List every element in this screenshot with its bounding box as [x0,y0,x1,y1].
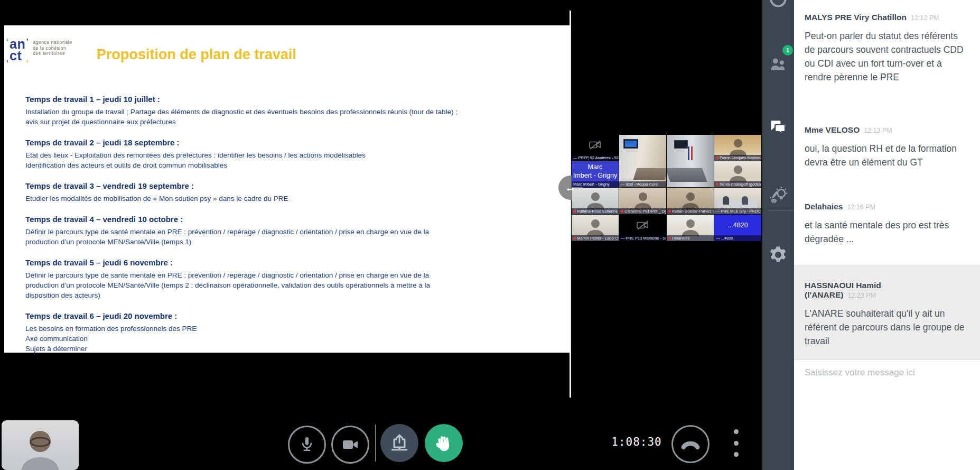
participant-tile-label: Kenan Guedar-Parvez DGS/MSAS [667,208,714,214]
participant-tile[interactable]: Pierre-Jacques Mathieu [714,135,761,161]
slide-section-line: production d’un protocole MEN/Santé/Vill… [25,280,501,290]
participant-tile-label: Xenia Chalagoff (gddsas) [714,181,761,187]
chat-message-header: HASSNAOUI Hamid (l'ANARE)12:23 PM [805,281,969,300]
muted-mic-indicator [716,183,718,186]
muted-mic-indicator [621,210,623,213]
chat-message-time: 12:13 PM [864,127,892,134]
self-person-silhouette [15,428,66,470]
end-call-button[interactable] [671,425,710,463]
chat-message-header: Delahaies12:16 PM [805,202,969,211]
room-tv-screen [623,139,638,149]
muted-mic-indicator [573,210,576,213]
kebab-dot [734,429,739,434]
chat-message: MALYS PRE Viry Chatillon12:12 PM Peut-on… [794,13,980,84]
participant-tile-label: Marc Imbert - Grigny [572,181,619,187]
more-options-button[interactable] [732,429,740,457]
slide-section-body: Installation du groupe de travail ; Part… [25,107,501,127]
participant-tile-label: Catherine PEDRIX _ Dgcso [619,208,666,214]
slide-section-heading: Temps de travail 5 – jeudi 6 novembre : [25,257,501,268]
participant-tile[interactable] [667,135,714,187]
microphone-icon [297,435,317,455]
anct-logo: ‘’‚‚ an ct agence nationale de la cohési… [6,36,72,63]
participant-tile[interactable]: Catherine PEDRIX _ Dgcso [619,188,666,214]
slide-section-heading: Temps de travail 3 – vendredi 19 septemb… [25,181,501,191]
participant-tile[interactable]: --- PRFP 92 Asnières - 92A [572,135,619,161]
kebab-dot [734,441,739,446]
raise-hand-button[interactable] [425,424,463,462]
participants-icon[interactable] [768,55,788,73]
chat-message-text: et la santé mentale des pro est très dég… [805,218,969,246]
participant-tile[interactable]: ...4820--- ...4820 [714,215,761,241]
chat-message-author: Mme VELOSO [805,125,860,134]
participant-tile[interactable]: --- 92B - Roqua Cure [619,135,666,187]
chat-input[interactable] [794,360,980,385]
office-person [723,196,729,205]
slide-section-body: Etudier les modalités de mobilisation de… [25,193,501,204]
person-silhouette [584,191,607,209]
participant-tile[interactable]: --- PRE MLE Ivry - PRDC [714,188,761,214]
office-person [742,196,748,205]
camera-icon [340,434,361,455]
slide-section-line: production d’un protocole MEN/Santé/Vill… [25,237,501,247]
chat-message-author: Delahaies [805,202,843,211]
participant-tile-label: --- PRE MLE Ivry - PRDC [714,208,761,214]
person-silhouette [631,191,655,209]
participant-tile-label: --- PRFP 92 Asnières - 92A [572,155,619,161]
slide-section-heading: Temps de travail 2 – jeudi 18 septembre … [25,137,501,148]
chat-message-time: 12:16 PM [847,204,875,211]
person-silhouette [584,218,607,236]
slide-section-body: Définir le parcours type de santé mental… [25,227,501,247]
power-icon[interactable] [767,0,790,10]
french-flag [688,146,693,160]
participant-tile-label: Pierre-Jacques Mathieu [714,155,761,161]
participant-tile[interactable]: --- PRE P13 Marseille - Salle P020 [619,215,666,241]
participant-tile[interactable]: Kenan Guedar-Parvez DGS/MSAS [667,188,714,214]
screen-share-button[interactable] [380,424,418,462]
muted-mic-indicator [716,156,718,159]
participant-tile-label: --- 92B - Roqua Cure [619,181,666,187]
slide-section: Temps de travail 4 – vendredi 10 octobre… [25,214,501,247]
muted-mic-indicator [668,237,671,239]
slide-section: Temps de travail 6 – jeudi 20 novembre :… [25,311,501,354]
chat-message-header: Mme VELOSO12:13 PM [805,125,969,135]
ideas-whiteboard-icon[interactable] [768,184,789,205]
slide-section-heading: Temps de travail 1 – jeudi 10 juillet : [25,94,501,105]
chat-message-time: 12:23 PM [847,292,876,299]
participant-tile[interactable]: Delahaies [667,215,714,241]
settings-gear-icon[interactable] [768,244,789,265]
camera-off-icon [587,139,603,151]
room-tv-screen [674,140,688,149]
microphone-button[interactable] [288,426,326,464]
participant-tile[interactable]: Ratiana-Rose Estienne [572,188,619,214]
slide-section-line: avis sur projet de questionnaire aux pré… [25,117,501,127]
person-silhouette [679,218,702,236]
slide-sections: Temps de travail 1 – jeudi 10 juillet : … [25,94,501,354]
chat-icon[interactable] [768,117,788,137]
participant-tile-name: Marc Imbert - Grigny [572,161,619,181]
chat-message-header: MALYS PRE Viry Chatillon12:12 PM [805,13,969,22]
chat-input-row [794,360,980,385]
participant-tile-label: Delahaies [667,235,714,241]
shared-screen-slide: ‘’‚‚ an ct agence nationale de la cohési… [4,25,570,353]
slide-section-line: Les besoins en formation des professionn… [25,324,501,334]
pane-splitter[interactable] [570,11,571,398]
kebab-dot [734,452,739,457]
raised-hand-icon [433,432,455,454]
meeting-app: ‘’‚‚ an ct agence nationale de la cohési… [0,0,980,470]
chat-message-list[interactable]: MALYS PRE Viry Chatillon12:12 PM Peut-on… [794,0,980,360]
participant-tile-name: ...4820 [714,215,761,235]
participant-tile-label: --- PRE P13 Marseille - Salle P020 [619,235,666,241]
participant-tile[interactable]: Xenia Chalagoff (gddsas) [714,161,761,187]
camera-button[interactable] [331,426,369,464]
slide-section-line: Définir le parcours type de santé mental… [25,227,501,237]
self-video-thumbnail[interactable] [2,420,79,470]
slide-section-line: Installation du groupe de travail ; Part… [25,107,501,117]
room-table [667,168,707,182]
chat-message: HASSNAOUI Hamid (l'ANARE)12:23 PM L'ANAR… [794,265,980,360]
participant-tile-label: Marion Peltier - Labo Cités [572,235,619,241]
slide-section-line: disposition des acteurs) [25,290,501,300]
slide-section-line: Identification des acteurs et outils de … [25,160,501,170]
end-call-icon [679,432,702,456]
participant-tile[interactable]: Marc Imbert - GrignyMarc Imbert - Grigny [572,161,619,187]
participant-tile[interactable]: Marion Peltier - Labo Cités [572,215,619,241]
